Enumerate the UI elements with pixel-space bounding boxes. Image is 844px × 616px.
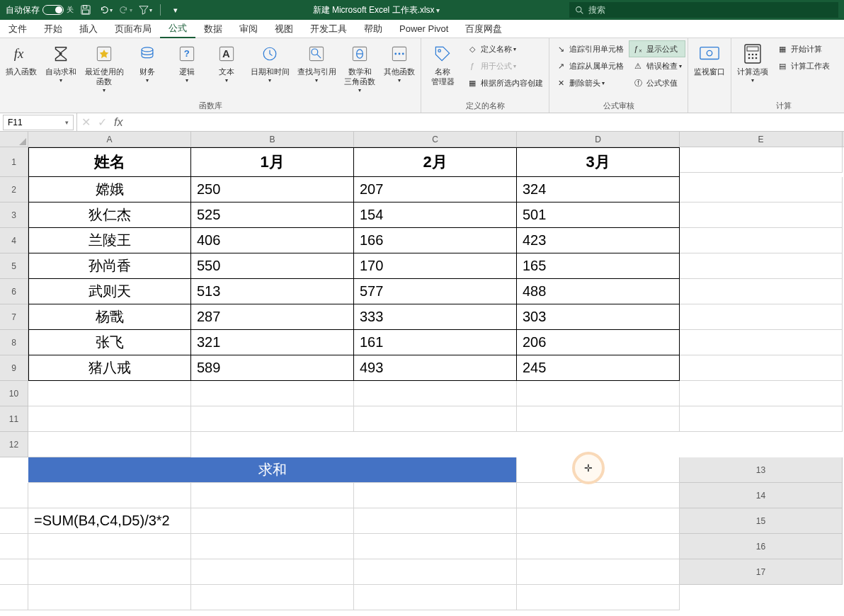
show-formulas-button[interactable]: ƒₓ显示公式	[629, 41, 685, 57]
cell[interactable]	[0, 585, 28, 610]
cell[interactable]	[517, 585, 680, 610]
cell[interactable]	[680, 355, 843, 381]
autosum-button[interactable]: 自动求和	[42, 40, 79, 84]
recent-functions-button[interactable]: 最近使用的 函数	[82, 40, 126, 94]
data-cell[interactable]: 165	[517, 253, 680, 279]
cell[interactable]	[28, 483, 191, 508]
data-cell[interactable]: 287	[191, 304, 354, 330]
ribbon-tab-数据[interactable]: 数据	[195, 20, 231, 38]
data-cell[interactable]: 423	[517, 228, 680, 253]
data-cell[interactable]: 525	[191, 203, 354, 228]
row-header[interactable]: 5	[0, 253, 28, 279]
row-header[interactable]: 9	[0, 355, 28, 381]
cell[interactable]	[680, 279, 843, 304]
select-all-corner[interactable]	[0, 132, 28, 147]
worksheet-grid[interactable]: 1姓名1月2月3月2嫦娥2502073243狄仁杰5251545014兰陵王40…	[0, 147, 844, 610]
trace-dependents-button[interactable]: ↗追踪从属单元格	[552, 58, 627, 74]
cell[interactable]	[191, 381, 354, 406]
calc-sheet-button[interactable]: ▤计算工作表	[774, 58, 833, 74]
row-header[interactable]: 6	[0, 279, 28, 304]
name-cell[interactable]: 嫦娥	[28, 177, 191, 203]
data-cell[interactable]: 493	[354, 355, 517, 381]
evaluate-formula-button[interactable]: ⓕ公式求值	[629, 75, 685, 91]
ribbon-tab-页面布局[interactable]: 页面布局	[106, 20, 160, 38]
cell[interactable]	[191, 406, 354, 432]
cell[interactable]	[191, 508, 354, 534]
cell[interactable]	[517, 381, 680, 406]
row-header[interactable]: 15	[680, 508, 843, 534]
cancel-icon[interactable]: ✕	[81, 115, 91, 129]
data-cell[interactable]: 321	[191, 330, 354, 355]
qat-more-icon[interactable]: ▾	[168, 2, 183, 18]
data-cell[interactable]: 324	[517, 177, 680, 203]
cell[interactable]	[28, 381, 191, 406]
row-header[interactable]: 11	[0, 406, 28, 432]
datetime-button[interactable]: 日期和时间	[248, 40, 292, 84]
ribbon-tab-审阅[interactable]: 审阅	[231, 20, 266, 38]
lookup-button[interactable]: 查找与引用	[295, 40, 338, 84]
fx-icon[interactable]: fx	[114, 116, 122, 129]
undo-icon[interactable]: ▾	[98, 2, 113, 18]
row-header[interactable]: 4	[0, 228, 28, 253]
cell[interactable]	[680, 304, 843, 330]
header-cell[interactable]: 姓名	[28, 147, 191, 177]
data-cell[interactable]: 207	[354, 177, 517, 203]
cell[interactable]	[0, 559, 28, 585]
search-box[interactable]	[569, 2, 838, 18]
error-checking-button[interactable]: ⚠错误检查 ▾	[629, 58, 685, 74]
cell[interactable]	[191, 483, 354, 508]
row-header[interactable]: 8	[0, 330, 28, 355]
cell[interactable]	[0, 483, 28, 508]
cell[interactable]	[680, 253, 843, 279]
row-header[interactable]: 2	[0, 177, 28, 203]
cell[interactable]	[191, 559, 354, 585]
ribbon-tab-视图[interactable]: 视图	[266, 20, 302, 38]
ribbon-tab-插入[interactable]: 插入	[71, 20, 106, 38]
name-cell[interactable]: 武则天	[28, 279, 191, 304]
row-header[interactable]: 1	[0, 147, 28, 177]
search-input[interactable]	[588, 5, 833, 15]
insert-function-button[interactable]: fx 插入函数	[3, 40, 40, 77]
data-cell[interactable]: 206	[517, 330, 680, 355]
cell[interactable]	[28, 559, 191, 585]
data-cell[interactable]: 161	[354, 330, 517, 355]
row-header[interactable]: 16	[680, 534, 843, 559]
data-cell[interactable]: 501	[517, 203, 680, 228]
cell[interactable]	[0, 534, 28, 559]
data-cell[interactable]: 577	[354, 279, 517, 304]
cell[interactable]	[354, 559, 517, 585]
cell[interactable]	[28, 406, 191, 432]
formula-cell[interactable]: =SUM(B4,C4,D5)/3*2	[28, 508, 191, 534]
data-cell[interactable]: 303	[517, 304, 680, 330]
data-cell[interactable]: 589	[191, 355, 354, 381]
use-in-formula-button[interactable]: ƒ用于公式 ▾	[464, 58, 546, 74]
header-cell[interactable]: 2月	[354, 147, 517, 177]
name-box[interactable]: F11▾	[3, 115, 74, 130]
name-cell[interactable]: 孙尚香	[28, 253, 191, 279]
save-icon[interactable]	[78, 2, 93, 18]
ribbon-tab-开发工具[interactable]: 开发工具	[302, 20, 355, 38]
ribbon-tab-Power Pivot[interactable]: Power Pivot	[391, 20, 457, 38]
cell[interactable]	[354, 483, 517, 508]
cell[interactable]	[680, 381, 843, 406]
trace-precedents-button[interactable]: ↘追踪引用单元格	[552, 41, 627, 57]
row-header[interactable]: 13	[680, 457, 843, 483]
column-header[interactable]: D	[517, 132, 680, 147]
data-cell[interactable]: 550	[191, 253, 354, 279]
ribbon-tab-百度网盘[interactable]: 百度网盘	[457, 20, 511, 38]
header-cell[interactable]: 3月	[517, 147, 680, 177]
autosave-toggle[interactable]: 自动保存 关	[6, 4, 74, 16]
logical-button[interactable]: ? 逻辑	[169, 40, 205, 84]
cell[interactable]	[680, 228, 843, 253]
data-cell[interactable]: 245	[517, 355, 680, 381]
ribbon-tab-帮助[interactable]: 帮助	[355, 20, 391, 38]
cell[interactable]	[28, 585, 191, 610]
cell[interactable]	[354, 406, 517, 432]
ribbon-tab-文件[interactable]: 文件	[0, 20, 35, 38]
ribbon-tab-公式[interactable]: 公式	[160, 20, 195, 38]
data-cell[interactable]: 250	[191, 177, 354, 203]
cell[interactable]	[354, 508, 517, 534]
cell[interactable]	[517, 406, 680, 432]
filter-icon[interactable]: ▾	[137, 2, 153, 18]
text-button[interactable]: A 文本	[208, 40, 245, 84]
